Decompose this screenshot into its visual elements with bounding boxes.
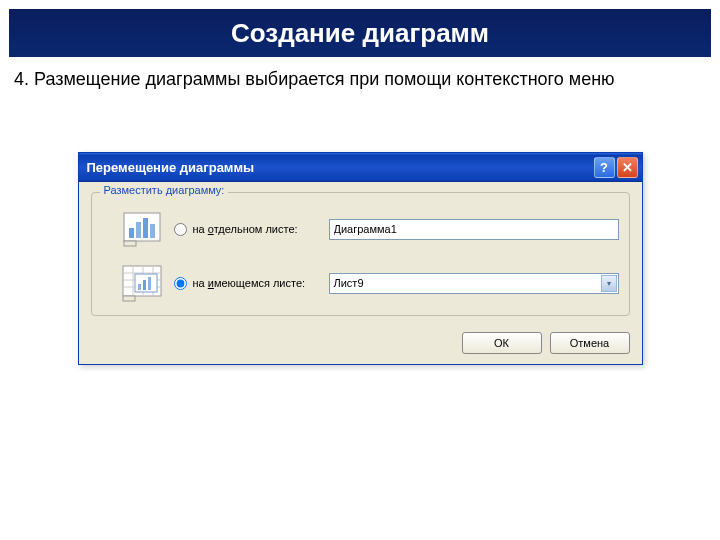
move-chart-dialog: Перемещение диаграммы ? ✕ Разместить диа… (78, 152, 643, 365)
cancel-button[interactable]: Отмена (550, 332, 630, 354)
dialog-titlebar: Перемещение диаграммы ? ✕ (79, 153, 642, 182)
group-label: Разместить диаграмму: (100, 184, 229, 196)
svg-rect-3 (143, 218, 148, 238)
svg-rect-15 (143, 280, 146, 290)
dropdown-value: Лист9 (334, 277, 364, 289)
svg-rect-2 (136, 222, 141, 238)
close-icon: ✕ (622, 160, 633, 175)
dialog-button-row: ОК Отмена (79, 324, 642, 364)
new-sheet-name-input[interactable] (329, 219, 619, 240)
radio-existing-sheet-input[interactable] (174, 277, 187, 290)
chart-existing-sheet-icon (120, 263, 164, 303)
page-title: Создание диаграмм (231, 18, 489, 49)
svg-rect-14 (138, 284, 141, 290)
radio-existing-sheet[interactable]: на имеющемся листе: (174, 277, 319, 290)
radio-new-sheet-label: на отдельном листе: (193, 223, 298, 235)
placement-groupbox: Разместить диаграмму: на отдельном листе… (91, 192, 630, 316)
radio-new-sheet-input[interactable] (174, 223, 187, 236)
svg-rect-16 (148, 277, 151, 290)
chart-new-sheet-icon (120, 209, 164, 249)
option-existing-sheet-row: на имеющемся листе: Лист9 ▾ (102, 263, 619, 303)
chevron-down-icon: ▾ (601, 275, 617, 292)
close-button[interactable]: ✕ (617, 157, 638, 178)
svg-rect-17 (123, 296, 135, 301)
radio-existing-sheet-label: на имеющемся листе: (193, 277, 306, 289)
option-new-sheet-row: на отдельном листе: (102, 209, 619, 249)
ok-button[interactable]: ОК (462, 332, 542, 354)
help-button[interactable]: ? (594, 157, 615, 178)
existing-sheet-dropdown[interactable]: Лист9 ▾ (329, 273, 619, 294)
help-icon: ? (600, 160, 608, 175)
dialog-title: Перемещение диаграммы (87, 160, 594, 175)
svg-rect-5 (124, 241, 136, 246)
svg-rect-1 (129, 228, 134, 238)
instruction-text: 4. Размещение диаграммы выбирается при п… (0, 57, 720, 102)
page-header: Создание диаграмм (9, 9, 711, 57)
radio-new-sheet[interactable]: на отдельном листе: (174, 223, 319, 236)
svg-rect-4 (150, 224, 155, 238)
